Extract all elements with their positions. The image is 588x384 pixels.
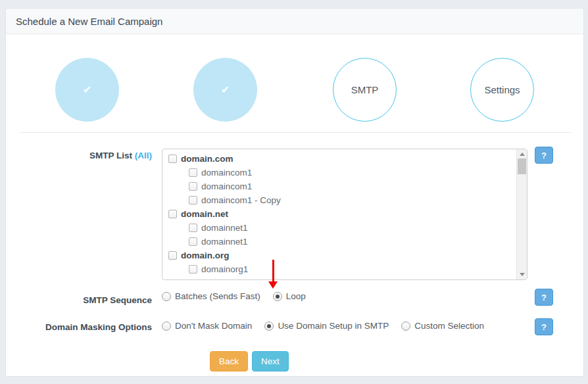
help-button-smtp-list[interactable]: ? <box>535 147 553 164</box>
step-circle-2-complete[interactable]: ✔ <box>193 58 257 122</box>
smtp-list-label: SMTP List (All) <box>6 151 152 160</box>
list-item[interactable]: domaincom1 <box>162 180 516 193</box>
page-title: Schedule a New Email Campaign <box>16 16 162 27</box>
step-circle-smtp[interactable]: SMTP <box>333 58 397 122</box>
checkbox[interactable] <box>168 155 177 163</box>
checkbox[interactable] <box>189 237 197 246</box>
question-icon: ? <box>541 322 547 332</box>
checkbox[interactable] <box>168 210 177 218</box>
radio-icon[interactable] <box>162 292 171 301</box>
panel-header: Schedule a New Email Campaign <box>6 9 583 34</box>
arrow-head <box>268 281 278 289</box>
checkbox[interactable] <box>189 265 197 274</box>
list-item[interactable]: domainnet1 <box>162 235 516 249</box>
scroll-up-icon[interactable] <box>517 149 527 159</box>
list-item[interactable]: domaincom1 <box>162 166 516 180</box>
radio-icon[interactable] <box>162 322 171 331</box>
smtp-list-items: domain.com domaincom1 domaincom1 domainc… <box>162 152 516 276</box>
campaign-wizard-panel: Schedule a New Email Campaign ✔ ✔ SMTP S… <box>5 8 584 377</box>
checkbox[interactable] <box>189 224 197 232</box>
step-label: Settings <box>484 84 520 95</box>
scrollbar[interactable] <box>516 149 527 279</box>
step-circle-1-complete[interactable]: ✔ <box>55 58 119 122</box>
section-divider <box>19 132 572 133</box>
radio-icon[interactable] <box>401 322 410 331</box>
list-item[interactable]: domain.net <box>162 207 516 221</box>
select-all-link[interactable]: (All) <box>135 151 152 160</box>
wizard-nav-buttons: Back Next <box>210 351 289 372</box>
check-icon: ✔ <box>221 84 230 96</box>
next-button[interactable]: Next <box>252 351 289 372</box>
radio-use-domain-setup[interactable]: Use Domain Setup in SMTP <box>264 321 389 331</box>
radio-loop[interactable]: Loop <box>273 291 306 301</box>
radio-batches[interactable]: Batches (Sends Fast) <box>162 291 260 301</box>
smtp-sequence-options: Batches (Sends Fast) Loop <box>162 291 306 301</box>
step-circle-settings[interactable]: Settings <box>470 58 534 122</box>
help-button-domain-masking[interactable]: ? <box>535 318 553 335</box>
checkbox[interactable] <box>168 251 177 260</box>
smtp-sequence-label: SMTP Sequence <box>6 295 152 305</box>
list-item[interactable]: domainnet1 <box>162 221 516 235</box>
checkbox[interactable] <box>189 182 197 191</box>
checkbox[interactable] <box>189 196 197 204</box>
list-item[interactable]: domain.com <box>162 152 516 166</box>
check-icon: ✔ <box>83 84 91 96</box>
back-button[interactable]: Back <box>210 351 248 372</box>
radio-selected-icon[interactable] <box>273 292 282 301</box>
checkbox[interactable] <box>189 168 197 177</box>
list-item[interactable]: domaincom1 - Copy <box>162 193 516 207</box>
radio-selected-icon[interactable] <box>264 322 274 331</box>
list-item[interactable]: domain.org <box>162 249 516 262</box>
smtp-list-box: domain.com domaincom1 domaincom1 domainc… <box>162 149 527 280</box>
radio-dont-mask[interactable]: Don't Mask Domain <box>162 321 252 331</box>
domain-masking-label: Domain Masking Options <box>6 322 152 332</box>
radio-custom-selection[interactable]: Custom Selection <box>401 321 484 331</box>
domain-masking-options: Don't Mask Domain Use Domain Setup in SM… <box>162 321 484 331</box>
help-button-smtp-sequence[interactable]: ? <box>535 289 553 306</box>
list-item[interactable]: domainorg1 <box>162 262 516 276</box>
question-icon: ? <box>541 293 547 302</box>
step-label: SMTP <box>351 84 379 95</box>
scroll-down-icon[interactable] <box>517 270 527 279</box>
question-icon: ? <box>541 151 547 160</box>
scrollbar-thumb[interactable] <box>518 158 526 174</box>
